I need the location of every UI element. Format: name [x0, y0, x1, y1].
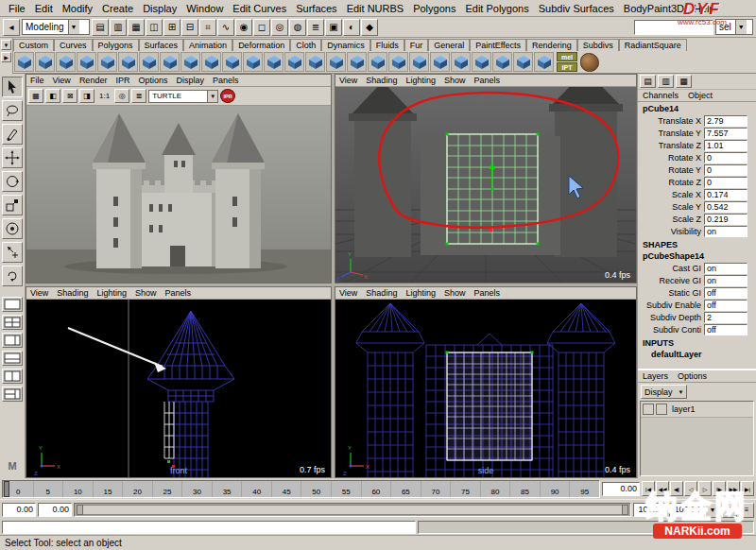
layout-single-pane-button[interactable]	[2, 297, 23, 312]
ipr-button[interactable]: IPR	[220, 89, 235, 103]
viewport-menu-item[interactable]: File	[30, 76, 44, 85]
range-start-handle[interactable]	[77, 505, 83, 515]
scale-tool[interactable]	[2, 195, 23, 215]
layer-row[interactable]: layer1	[641, 402, 753, 418]
menu-item[interactable]: BodyPaint3D	[619, 2, 689, 15]
shelf-icon[interactable]	[180, 52, 200, 72]
menu-item[interactable]: File	[4, 2, 30, 15]
current-time-field[interactable]: 0.00	[602, 482, 640, 496]
menu-item[interactable]: Window	[181, 2, 228, 15]
status-icon[interactable]: ◻	[253, 19, 270, 36]
layout-three-pane-button[interactable]	[2, 387, 23, 402]
layer-name[interactable]: layer1	[669, 404, 696, 414]
status-icon[interactable]: ⌗	[199, 19, 216, 36]
viewport-menu-item[interactable]: Panels	[213, 76, 239, 85]
shelf-tab[interactable]: Curves	[54, 39, 93, 51]
render-toolbar-icon[interactable]: ⊠	[62, 89, 77, 103]
viewport-menu-item[interactable]: Panels	[473, 76, 500, 85]
viewport-menu-item[interactable]: Render	[79, 76, 108, 85]
viewport-menu-item[interactable]: Panels	[473, 288, 500, 298]
channel-value-field[interactable]: 2	[704, 312, 747, 323]
shelf-icon[interactable]	[264, 52, 284, 72]
shelf-tab[interactable]: Deformation	[232, 39, 290, 51]
shelf-tab[interactable]: Polygons	[93, 39, 139, 51]
viewport-menu-item[interactable]: Show	[135, 288, 157, 298]
shelf-icon[interactable]	[472, 52, 491, 72]
channel-value-field[interactable]: 0.174	[704, 189, 747, 200]
shelf-tab[interactable]: Fluids	[370, 39, 404, 51]
auto-keyframe-button[interactable]	[722, 503, 737, 518]
status-icon[interactable]: ≣	[307, 19, 324, 36]
layer-display-type-toggle[interactable]	[656, 404, 667, 415]
shelf-icon[interactable]	[222, 52, 242, 72]
quick-select-input[interactable]	[634, 20, 713, 35]
shelf-menu-icon[interactable]: ▶	[1, 52, 11, 62]
mel-command-input[interactable]	[2, 521, 416, 534]
shelf-icon[interactable]	[35, 52, 55, 72]
layout-two-pane-button[interactable]	[2, 369, 23, 384]
playback-button[interactable]: ▶|	[741, 481, 754, 496]
channel-value-field[interactable]: on	[704, 275, 747, 286]
shelf-icon[interactable]	[118, 52, 138, 72]
shelf-tab[interactable]: Dynamics	[321, 39, 370, 51]
viewport-menu-item[interactable]: Display	[176, 76, 204, 85]
menu-item[interactable]: Edit Polygons	[460, 2, 533, 15]
status-icon[interactable]: ◎	[271, 19, 288, 36]
range-end-handle[interactable]	[622, 505, 628, 515]
shelf-icon[interactable]	[388, 52, 408, 72]
viewport-menu-item[interactable]: Show	[444, 76, 466, 85]
viewport-menu-item[interactable]: View	[53, 76, 71, 85]
menu-item[interactable]: Edit Curves	[228, 2, 291, 15]
anim-end-field[interactable]: 100.00	[669, 503, 703, 517]
shelf-icon[interactable]	[534, 52, 554, 72]
status-icon[interactable]: ▤	[92, 19, 109, 36]
paint-select-tool[interactable]	[2, 124, 23, 145]
move-tool[interactable]	[2, 147, 23, 168]
channel-value-field[interactable]: 2.79	[704, 115, 747, 127]
channel-box-menu-item[interactable]: Object	[688, 91, 713, 100]
render-zoom-icon[interactable]: ≣	[131, 89, 146, 103]
menu-item[interactable]: Display	[138, 2, 181, 15]
layer-display-selector[interactable]: Display ▼	[641, 385, 687, 399]
shelf-icon[interactable]	[139, 52, 159, 72]
layout-four-pane-button[interactable]	[2, 315, 23, 330]
channel-value-field[interactable]: 1.01	[704, 140, 747, 151]
shelf-tab-menu-icon[interactable]: ▼	[1, 40, 11, 50]
layout-pane-right-column-button[interactable]	[2, 333, 23, 348]
panel-toggle-icon[interactable]: ▥	[658, 75, 674, 88]
viewport-menu-item[interactable]: Lighting	[96, 288, 127, 298]
shelf-icon[interactable]	[430, 52, 450, 72]
status-icon[interactable]: ◉	[235, 19, 252, 36]
range-end-field[interactable]: 100.00	[633, 503, 667, 517]
select-tool[interactable]	[2, 77, 23, 97]
shelf-icon[interactable]	[14, 52, 34, 72]
channel-value-field[interactable]: 0.219	[704, 214, 747, 225]
shelf-icon[interactable]	[201, 52, 221, 72]
range-bar[interactable]	[77, 505, 628, 515]
viewport-menu-item[interactable]: Panels	[164, 288, 191, 298]
panel-toggle-icon[interactable]: ▦	[676, 75, 692, 88]
viewport-menu-item[interactable]: Shading	[366, 76, 397, 85]
status-icon[interactable]: ▥	[110, 19, 127, 36]
shelf-icon[interactable]	[492, 52, 512, 72]
menu-set-selector[interactable]: Modeling ▼	[22, 19, 90, 35]
layout-pane-bottom-row-button[interactable]	[2, 351, 23, 366]
selection-mask-selector[interactable]: sel ▼	[715, 19, 753, 35]
side-canvas[interactable]: Y X Z side 0.4 fps	[335, 300, 636, 477]
menu-item[interactable]: Modify	[58, 2, 97, 15]
viewport-menu-item[interactable]: Show	[444, 288, 466, 298]
playback-button[interactable]: ▷	[698, 481, 712, 496]
menu-item[interactable]: Help	[689, 2, 720, 15]
show-manipulator-tool[interactable]	[2, 242, 23, 263]
shelf-icon[interactable]	[451, 52, 471, 72]
soft-mod-tool[interactable]	[2, 218, 23, 239]
viewport-menu-item[interactable]: IPR	[115, 76, 129, 85]
shelf-icon[interactable]	[77, 52, 96, 72]
render-toolbar-icon[interactable]: ▦	[28, 89, 43, 103]
layer-visibility-toggle[interactable]	[643, 404, 654, 415]
channel-value-field[interactable]: on	[704, 226, 747, 237]
shelf-icon[interactable]	[56, 52, 76, 72]
shelf-tab[interactable]: General	[428, 39, 470, 51]
anim-start-field[interactable]: 0.00	[2, 503, 36, 517]
shelf-icon[interactable]	[409, 52, 429, 72]
